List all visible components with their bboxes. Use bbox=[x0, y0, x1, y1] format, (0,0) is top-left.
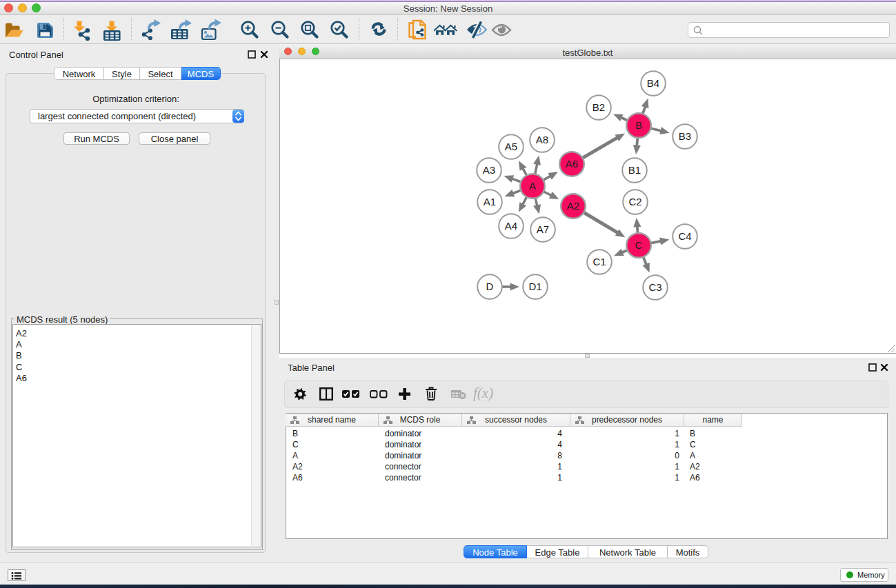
svg-text:C3: C3 bbox=[648, 281, 661, 293]
svg-text:A: A bbox=[529, 180, 536, 192]
svg-text:A2: A2 bbox=[567, 200, 579, 212]
svg-text:A8: A8 bbox=[536, 134, 548, 145]
svg-text:B1: B1 bbox=[628, 164, 641, 176]
svg-text:A4: A4 bbox=[505, 220, 517, 232]
svg-text:C1: C1 bbox=[593, 256, 606, 267]
svg-text:B4: B4 bbox=[647, 77, 659, 89]
svg-text:A6: A6 bbox=[566, 158, 578, 170]
svg-text:D: D bbox=[486, 281, 494, 292]
svg-text:A3: A3 bbox=[483, 164, 495, 176]
svg-text:D1: D1 bbox=[528, 281, 541, 292]
svg-text:A7: A7 bbox=[537, 223, 549, 235]
svg-text:B3: B3 bbox=[679, 130, 691, 142]
svg-text:A1: A1 bbox=[484, 196, 496, 207]
svg-text:A5: A5 bbox=[505, 141, 517, 152]
svg-text:B2: B2 bbox=[593, 101, 605, 113]
svg-text:C4: C4 bbox=[678, 230, 691, 242]
svg-text:B: B bbox=[635, 119, 642, 131]
svg-text:C2: C2 bbox=[628, 196, 641, 207]
svg-text:C: C bbox=[635, 239, 643, 251]
